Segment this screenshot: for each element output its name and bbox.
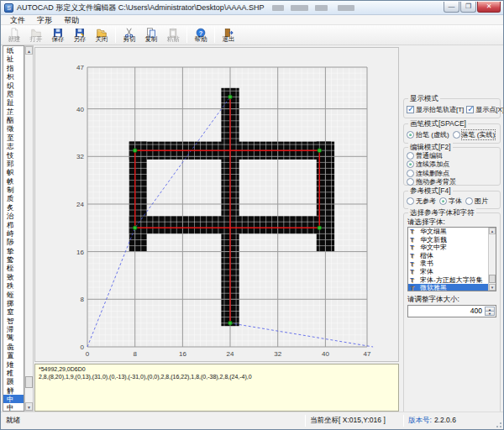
maximize-button[interactable]: ❐ — [460, 2, 476, 13]
character-list-item[interactable]: 致 — [3, 273, 24, 281]
font-list-item[interactable]: T华文新魏 — [408, 236, 496, 244]
character-list-item[interactable]: 挚 — [3, 247, 24, 255]
resize-grip[interactable] — [494, 420, 501, 427]
radio-option[interactable]: 落笔 (实线) — [453, 130, 496, 139]
character-list-item[interactable]: 至 — [3, 134, 24, 142]
radio-option[interactable]: 普通编辑 — [407, 151, 443, 160]
radio-option[interactable]: 字体 — [439, 197, 462, 206]
menu-item-0[interactable]: 文件 — [4, 15, 31, 24]
font-list-item[interactable]: T宋体 — [408, 268, 496, 276]
character-list-item[interactable]: 掷 — [3, 299, 24, 307]
character-list-item[interactable]: 峙 — [3, 229, 24, 238]
font-list-item[interactable]: T宋体-方正超大字符集 — [408, 276, 496, 285]
character-list-item[interactable]: 骘 — [3, 333, 24, 342]
glyph-edit-canvas[interactable]: 081624324047081624324047 — [34, 47, 399, 362]
character-list-item[interactable]: 秩 — [3, 281, 24, 290]
checkbox-option[interactable]: 显示点[X] — [466, 105, 504, 114]
character-list-item[interactable]: 制 — [3, 186, 24, 194]
toolbar-button-12[interactable]: 退出 — [218, 26, 239, 45]
character-list-item[interactable]: 觯 — [3, 386, 24, 395]
character-list-item[interactable]: 稚 — [3, 369, 24, 377]
menu-item-2[interactable]: 帮助 — [58, 15, 85, 24]
font-size-spinner[interactable]: 400 ▲ ▼ — [407, 305, 496, 317]
font-list-item[interactable]: T楷体 — [408, 252, 496, 260]
character-list-scrollbar[interactable]: ▲ ▼ — [24, 45, 34, 412]
toolbar-button-2[interactable]: 保存 — [47, 26, 69, 45]
character-list-item[interactable]: 鸷 — [3, 255, 24, 264]
character-list-item[interactable]: 咫 — [3, 90, 24, 98]
character-list-item[interactable]: 趾 — [3, 98, 24, 107]
toolbar-button-4[interactable]: 关闭 — [91, 26, 113, 45]
radio-option[interactable]: 图片 — [465, 197, 488, 206]
radio-icon[interactable] — [407, 131, 414, 139]
character-list-item[interactable]: 窒 — [3, 307, 24, 316]
scroll-down-icon[interactable]: ▼ — [25, 402, 33, 411]
character-list-item[interactable]: 智 — [3, 317, 24, 325]
font-list[interactable]: ▲ ▼ T华文细黑T华文新魏T华文中宋T楷体T隶书T宋体T宋体-方正超大字符集T… — [407, 227, 496, 291]
toolbar-button-3[interactable]: 另存 — [69, 26, 91, 45]
character-list-item[interactable]: 祉 — [3, 55, 24, 63]
character-list-item[interactable]: 桎 — [3, 264, 24, 272]
character-list-item[interactable]: 志 — [3, 142, 24, 150]
character-list[interactable]: 纸祉指枳织咫趾芷酯徵至志忮郅帜帙制质炙治栉峙陟挚鸷桎致秩蛭掷窒智滞骘彘置雉稚踬觯… — [3, 45, 24, 412]
font-list-scrollbar[interactable]: ▲ ▼ — [488, 228, 496, 291]
character-list-item[interactable]: 质 — [3, 194, 24, 202]
scroll-up-icon[interactable]: ▲ — [25, 46, 33, 55]
character-list-item[interactable]: 酯 — [3, 116, 24, 124]
toolbar-button-6[interactable]: 剪切 — [118, 26, 140, 45]
radio-option[interactable]: 无参考 — [407, 197, 436, 206]
radio-icon[interactable] — [465, 197, 473, 205]
character-list-item[interactable]: 踬 — [3, 377, 24, 385]
toolbar-button-7[interactable]: 复制 — [140, 26, 162, 45]
scrollbar-thumb[interactable] — [489, 275, 496, 283]
shape-code-panel[interactable]: *54992,29,0D6D0 2,8,(8,20),1,9,(0,13),(3… — [34, 364, 399, 412]
font-list-item[interactable]: T隶书 — [408, 260, 496, 268]
character-list-item[interactable]: 蛭 — [3, 291, 24, 299]
minimize-button[interactable]: — — [444, 2, 459, 13]
character-list-item[interactable]: 帜 — [3, 168, 24, 176]
character-list-item[interactable]: 彘 — [3, 343, 24, 351]
checkbox-option[interactable]: 显示抬笔轨迹[T] — [407, 105, 464, 114]
menu-item-1[interactable]: 字形 — [31, 15, 58, 24]
character-list-item[interactable]: 徵 — [3, 124, 24, 133]
character-list-item[interactable]: 纸 — [3, 46, 24, 55]
scroll-up-icon[interactable]: ▲ — [489, 228, 496, 234]
spin-down-icon[interactable]: ▼ — [485, 311, 495, 316]
character-list-item[interactable]: 郅 — [3, 160, 24, 168]
font-list-item[interactable]: T微软雅黑 — [408, 284, 496, 291]
character-list-item[interactable]: 雉 — [3, 360, 24, 369]
scroll-down-icon[interactable]: ▼ — [489, 284, 496, 291]
radio-icon[interactable] — [407, 160, 414, 168]
character-list-item[interactable]: 炙 — [3, 203, 24, 212]
radio-option[interactable]: 抬笔 (虚线) — [407, 130, 449, 139]
character-list-item[interactable]: 中 — [3, 403, 24, 412]
radio-option[interactable]: 连续删除点 — [407, 169, 449, 178]
scrollbar-thumb[interactable] — [25, 376, 33, 388]
character-list-item[interactable]: 陟 — [3, 238, 24, 246]
character-list-item[interactable]: 栉 — [3, 221, 24, 229]
font-list-item[interactable]: T华文细黑 — [408, 228, 496, 236]
character-list-item[interactable]: 忮 — [3, 151, 24, 160]
radio-icon[interactable] — [407, 197, 414, 205]
character-list-item[interactable]: 枳 — [3, 72, 24, 81]
checkbox-icon[interactable] — [407, 106, 414, 113]
character-list-item[interactable]: 滞 — [3, 325, 24, 333]
character-list-item[interactable]: 中 — [3, 395, 24, 403]
font-list-item[interactable]: T华文中宋 — [408, 244, 496, 252]
character-list-item[interactable]: 置 — [3, 351, 24, 359]
radio-icon[interactable] — [407, 152, 414, 160]
toolbar-button-10[interactable]: ?帮助 — [190, 26, 212, 45]
radio-icon[interactable] — [439, 197, 447, 205]
character-list-item[interactable]: 指 — [3, 64, 24, 72]
checkbox-icon[interactable] — [466, 106, 474, 113]
character-list-item[interactable]: 帙 — [3, 177, 24, 186]
close-button[interactable]: ✕ — [477, 2, 501, 13]
character-list-item[interactable]: 织 — [3, 81, 24, 90]
character-list-item[interactable]: 芷 — [3, 108, 24, 116]
radio-icon[interactable] — [407, 178, 414, 186]
radio-icon[interactable] — [453, 131, 460, 139]
character-list-item[interactable]: 治 — [3, 212, 24, 220]
radio-option[interactable]: 连续添加点 — [407, 160, 449, 169]
radio-icon[interactable] — [407, 170, 414, 177]
radio-option[interactable]: 拖动参考背景 — [407, 177, 456, 186]
